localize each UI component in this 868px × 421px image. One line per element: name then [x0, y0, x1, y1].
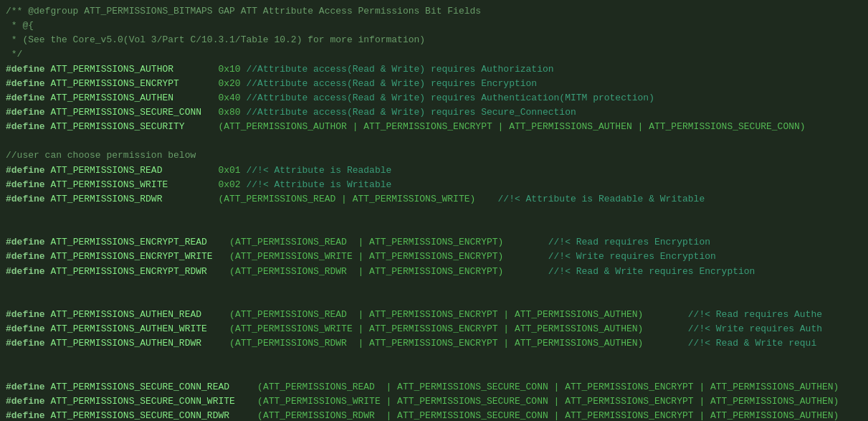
define-value: 0x80	[201, 107, 241, 118]
define-comment: //Attribute access(Read & Write) require…	[241, 93, 654, 103]
define-value: (ATT_PERMISSIONS_READ | ATT_PERMISSIONS_…	[213, 309, 682, 320]
code-line: #define ATT_PERMISSIONS_ENCRYPT 0x20 //A…	[6, 77, 862, 91]
define-value: (ATT_PERMISSIONS_RDWR | ATT_PERMISSIONS_…	[213, 338, 682, 349]
define-keyword: #define	[6, 410, 50, 421]
comment-text: * (See the Core_v5.0(Vol 3/Part C/10.3.1…	[6, 34, 425, 45]
define-value: (ATT_PERMISSIONS_WRITE | ATT_PERMISSIONS…	[213, 251, 543, 262]
define-comment: //!< Read requires Encryption	[543, 237, 710, 247]
define-name: ATT_PERMISSIONS_AUTHEN_WRITE	[50, 323, 212, 334]
define-keyword: #define	[6, 93, 50, 103]
define-name: ATT_PERMISSIONS_WRITE	[50, 179, 201, 190]
define-keyword: #define	[6, 165, 50, 176]
define-comment: //Attribute access(Read & Write) require…	[241, 64, 554, 75]
define-comment: //!< Write requires Auth	[682, 323, 822, 334]
code-line: /** @defgroup ATT_PERMISSIONS_BITMAPS GA…	[6, 4, 862, 19]
code-line: //user can choose permission below	[6, 148, 862, 163]
define-name: ATT_PERMISSIONS_RDWR	[50, 194, 201, 204]
define-name: ATT_PERMISSIONS_SECURE_CONN_RDWR	[50, 410, 240, 421]
define-value: (ATT_PERMISSIONS_AUTHOR | ATT_PERMISSION…	[201, 121, 806, 132]
define-keyword: #define	[6, 251, 50, 262]
define-comment: //!< Write requires Encryption	[543, 251, 716, 262]
define-keyword: #define	[6, 338, 50, 349]
define-name: ATT_PERMISSIONS_AUTHOR	[50, 64, 201, 75]
comment-text: * @{	[6, 20, 34, 31]
define-name: ATT_PERMISSIONS_AUTHEN_READ	[50, 309, 212, 320]
define-name: ATT_PERMISSIONS_AUTHEN_RDWR	[50, 338, 212, 349]
define-comment: //!< Read & Write requi	[682, 338, 816, 349]
define-keyword: #define	[6, 179, 50, 190]
define-keyword: #define	[6, 194, 50, 204]
define-name: ATT_PERMISSIONS_ENCRYPT	[50, 78, 201, 89]
define-name: ATT_PERMISSIONS_ENCRYPT_READ	[50, 237, 212, 247]
define-name: ATT_PERMISSIONS_SECURITY	[50, 121, 201, 132]
code-line: #define ATT_PERMISSIONS_WRITE 0x02 //!< …	[6, 178, 862, 192]
code-block: /** @defgroup ATT_PERMISSIONS_BITMAPS GA…	[0, 0, 868, 421]
define-value: (ATT_PERMISSIONS_READ | ATT_PERMISSIONS_…	[213, 237, 543, 247]
define-keyword: #define	[6, 237, 50, 247]
code-line: #define ATT_PERMISSIONS_SECURE_CONN_WRIT…	[6, 394, 862, 409]
code-line: #define ATT_PERMISSIONS_READ 0x01 //!< A…	[6, 164, 862, 178]
define-name: ATT_PERMISSIONS_READ	[50, 165, 201, 176]
define-keyword: #define	[6, 396, 50, 407]
define-keyword: #define	[6, 309, 50, 320]
code-line: #define ATT_PERMISSIONS_ENCRYPT_WRITE (A…	[6, 250, 862, 264]
define-value: 0x40	[201, 93, 241, 103]
comment-text: //user can choose permission below	[6, 150, 196, 161]
define-value: (ATT_PERMISSIONS_RDWR | ATT_PERMISSIONS_…	[213, 266, 543, 277]
code-line: #define ATT_PERMISSIONS_AUTHEN_WRITE (AT…	[6, 322, 862, 336]
define-keyword: #define	[6, 121, 50, 132]
define-keyword: #define	[6, 382, 50, 392]
define-value: (ATT_PERMISSIONS_READ | ATT_PERMISSIONS_…	[241, 382, 839, 392]
code-line: #define ATT_PERMISSIONS_SECURITY (ATT_PE…	[6, 120, 862, 134]
define-comment: //Attribute access(Read & Write) require…	[241, 107, 576, 118]
comment-text: */	[6, 49, 22, 60]
define-value: (ATT_PERMISSIONS_WRITE | ATT_PERMISSIONS…	[213, 323, 682, 334]
code-line: #define ATT_PERMISSIONS_SECURE_CONN 0x80…	[6, 105, 862, 120]
define-name: ATT_PERMISSIONS_SECURE_CONN	[50, 107, 201, 118]
define-comment: //!< Attribute is Readable & Writable	[492, 194, 705, 204]
comment-text: /** @defgroup ATT_PERMISSIONS_BITMAPS GA…	[6, 6, 481, 16]
define-name: ATT_PERMISSIONS_ENCRYPT_RDWR	[50, 266, 212, 277]
code-line: #define ATT_PERMISSIONS_SECURE_CONN_READ…	[6, 380, 862, 394]
define-comment: //!< Read & Write requires Encryption	[543, 266, 755, 277]
code-line: #define ATT_PERMISSIONS_RDWR (ATT_PERMIS…	[6, 192, 862, 207]
code-line: #define ATT_PERMISSIONS_AUTHEN 0x40 //At…	[6, 91, 862, 105]
define-comment: //!< Attribute is Readable	[241, 165, 392, 176]
define-value: 0x10	[201, 64, 241, 75]
define-name: ATT_PERMISSIONS_SECURE_CONN_READ	[50, 382, 240, 392]
define-value: 0x01	[201, 165, 241, 176]
code-line: * (See the Core_v5.0(Vol 3/Part C/10.3.1…	[6, 33, 862, 47]
define-value: 0x20	[201, 78, 241, 89]
define-comment: //Attribute access(Read & Write) require…	[241, 78, 537, 89]
define-value: (ATT_PERMISSIONS_WRITE | ATT_PERMISSIONS…	[241, 396, 839, 407]
define-name: ATT_PERMISSIONS_SECURE_CONN_WRITE	[50, 396, 240, 407]
define-comment: //!< Read requires Authe	[682, 309, 822, 320]
define-comment: //!< Attribute is Writable	[241, 179, 392, 190]
define-name: ATT_PERMISSIONS_AUTHEN	[50, 93, 201, 103]
define-keyword: #define	[6, 266, 50, 277]
code-line: #define ATT_PERMISSIONS_ENCRYPT_READ (AT…	[6, 235, 862, 250]
define-keyword: #define	[6, 107, 50, 118]
code-line: #define ATT_PERMISSIONS_AUTHEN_RDWR (ATT…	[6, 336, 862, 351]
define-value: (ATT_PERMISSIONS_RDWR | ATT_PERMISSIONS_…	[241, 410, 839, 421]
define-keyword: #define	[6, 78, 50, 89]
code-line: #define ATT_PERMISSIONS_SECURE_CONN_RDWR…	[6, 409, 862, 421]
code-line: */	[6, 47, 862, 62]
code-line: * @{	[6, 19, 862, 33]
define-value: (ATT_PERMISSIONS_READ | ATT_PERMISSIONS_…	[201, 194, 492, 204]
define-name: ATT_PERMISSIONS_ENCRYPT_WRITE	[50, 251, 212, 262]
define-value: 0x02	[201, 179, 241, 190]
code-line: #define ATT_PERMISSIONS_ENCRYPT_RDWR (AT…	[6, 265, 862, 279]
define-keyword: #define	[6, 64, 50, 75]
code-line: #define ATT_PERMISSIONS_AUTHEN_READ (ATT…	[6, 308, 862, 322]
define-keyword: #define	[6, 323, 50, 334]
code-line: #define ATT_PERMISSIONS_AUTHOR 0x10 //At…	[6, 62, 862, 77]
